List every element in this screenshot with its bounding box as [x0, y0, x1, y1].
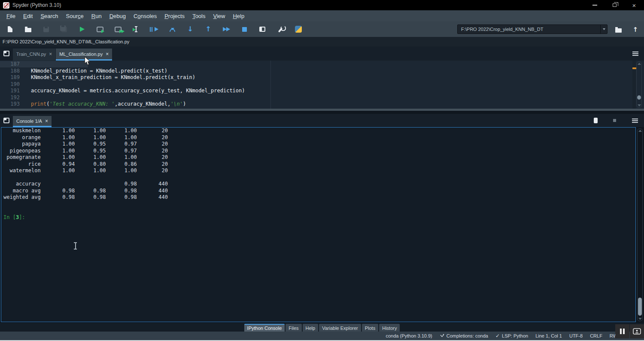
editor-browse-tabs-button[interactable] [0, 48, 13, 60]
console-tab[interactable]: Console 1/A × [13, 116, 52, 127]
run-cell-button[interactable] [94, 24, 106, 35]
menu-bar: FileEditSearchSourceRunDebugConsolesProj… [0, 10, 644, 21]
dock-tab-files[interactable]: Files [286, 324, 301, 332]
dock-tab-plots[interactable]: Plots [362, 324, 378, 332]
save-file-button[interactable] [40, 24, 52, 35]
code-line: KNmodel_prediction = KNmodel.predict(x_t… [31, 68, 245, 75]
step-into-button[interactable]: ↓ [185, 24, 196, 35]
console-browse-tabs-button[interactable] [0, 115, 13, 127]
console-prompt: In [3]: [1, 214, 635, 221]
console-scrollbar-thumb[interactable] [638, 298, 642, 316]
menu-file[interactable]: File [3, 11, 19, 21]
chevron-down-icon[interactable] [600, 25, 607, 33]
tab-label: Train_CNN.py [16, 52, 46, 57]
interrupt-icon [613, 119, 616, 122]
window-title: Spyder (Python 3.10) [12, 2, 61, 8]
editor-scrollbar[interactable] [636, 61, 642, 108]
run-cell-advance-button[interactable] [112, 24, 124, 35]
ipython-console[interactable]: muskmelon 1.00 1.00 1.00 20 orange 1.00 … [1, 127, 636, 322]
editor-options-button[interactable] [630, 49, 641, 58]
stop-button[interactable] [239, 24, 250, 35]
dock-tab-help[interactable]: Help [303, 324, 319, 332]
dock-tab-ipython-console[interactable]: IPython Console [244, 324, 285, 332]
menu-run[interactable]: Run [88, 11, 106, 21]
completions-icon [440, 334, 444, 338]
minimize-icon [592, 5, 597, 6]
console-output-row: pigeonpeas 1.00 0.95 0.97 20 [1, 148, 635, 155]
dock-tab-variable-explorer[interactable]: Variable Explorer [319, 324, 361, 332]
console-output: muskmelon 1.00 1.00 1.00 20 orange 1.00 … [1, 128, 635, 214]
editor-tab-ml-classification-py[interactable]: ML_Classification.py× [56, 49, 112, 61]
wrench-icon [279, 26, 281, 33]
editor-tab-train-cnn-py[interactable]: Train_CNN.py× [13, 49, 55, 61]
arc-arrow-icon [170, 27, 175, 32]
run-file-button[interactable] [76, 24, 88, 35]
menu-source[interactable]: Source [62, 11, 88, 21]
scroll-down-icon[interactable] [638, 318, 642, 320]
interrupt-kernel-button[interactable] [608, 116, 621, 126]
pause-button[interactable] [615, 324, 629, 338]
scroll-up-icon[interactable] [638, 130, 642, 132]
open-file-button[interactable] [22, 24, 33, 35]
save-all-button[interactable] [58, 24, 70, 35]
status-lsp: ✓LSP: Python [495, 333, 528, 339]
console-output-row: muskmelon 1.00 1.00 1.00 20 [1, 128, 635, 134]
preferences-button[interactable] [275, 24, 286, 35]
parent-directory-button[interactable]: ↑ [630, 24, 641, 35]
code-editor[interactable]: 187188189190191192193 KNmodel_prediction… [0, 61, 644, 109]
menu-view[interactable]: View [209, 11, 229, 21]
new-file-icon [8, 26, 12, 32]
step-return-button[interactable]: ↑ [203, 24, 214, 35]
run-play-icon [80, 27, 85, 32]
run-selection-icon [136, 26, 137, 32]
code-lines: KNmodel_prediction = KNmodel.predict(x_t… [31, 61, 245, 108]
file-path-bar: F:\PRO 2022\Crop_yield_KNN_NB_DT\ML_Clas… [0, 37, 644, 46]
menu-projects[interactable]: Projects [161, 11, 188, 21]
menu-help[interactable]: Help [229, 11, 248, 21]
run-selection-button[interactable] [131, 24, 142, 35]
working-directory-select[interactable]: F:\PRO 2022\Crop_yield_KNN_NB_DT [457, 24, 608, 34]
stop-icon [242, 27, 247, 32]
continue-button[interactable] [221, 24, 232, 35]
pythonpath-manager-button[interactable] [293, 24, 304, 35]
debug-icon [150, 27, 158, 32]
console-scrollbar[interactable] [637, 128, 643, 321]
minimize-button[interactable] [585, 0, 605, 10]
restore-button[interactable] [605, 0, 624, 10]
menu-edit[interactable]: Edit [19, 11, 36, 21]
pane-splitter[interactable] [0, 109, 644, 111]
snapshot-button[interactable] [630, 324, 644, 338]
line-number: 193 [0, 101, 20, 108]
browse-directory-button[interactable] [613, 24, 624, 35]
code-line [31, 94, 245, 101]
editor-scrollbar-thumb[interactable] [637, 95, 641, 100]
menu-consoles[interactable]: Consoles [130, 11, 161, 21]
code-line [31, 61, 245, 68]
line-number-gutter: 187188189190191192193 [0, 61, 20, 108]
console-options-button[interactable] [629, 116, 641, 126]
run-current-line-button[interactable] [167, 24, 178, 35]
toolbar-buttons: ↓↑ [0, 24, 311, 35]
menu-search[interactable]: Search [36, 11, 62, 21]
menu-tools[interactable]: Tools [188, 11, 209, 21]
scroll-down-icon[interactable] [638, 104, 641, 107]
status-cursor-position: Line 1, Col 1 [535, 333, 562, 338]
title-bar: Spyder (Python 3.10) × [0, 0, 644, 10]
console-output-row [1, 174, 635, 181]
status-completions: Completions: conda [440, 333, 488, 338]
menu-debug[interactable]: Debug [106, 11, 130, 21]
maximize-pane-button[interactable] [257, 24, 268, 35]
close-button[interactable]: × [624, 0, 644, 10]
console-blank-row [1, 201, 635, 208]
close-tab-icon[interactable]: × [49, 51, 52, 57]
scroll-up-icon[interactable] [638, 63, 641, 65]
remove-all-variables-button[interactable] [589, 116, 602, 126]
spyder-logo-icon [3, 2, 9, 9]
close-tab-icon[interactable]: × [106, 51, 109, 57]
dock-tab-history[interactable]: History [379, 324, 400, 332]
debug-file-button[interactable] [149, 24, 160, 35]
close-tab-icon[interactable]: × [45, 118, 48, 124]
status-encoding: UTF-8 [569, 333, 583, 338]
new-file-button[interactable] [4, 24, 15, 35]
line-number: 187 [0, 61, 20, 68]
